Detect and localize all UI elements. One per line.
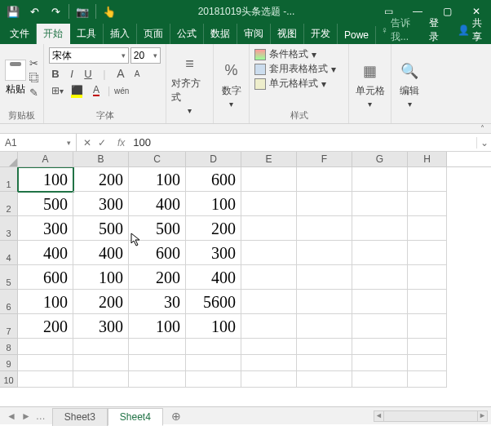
- undo-icon[interactable]: ↶: [24, 2, 44, 20]
- row-header[interactable]: 1: [0, 167, 18, 192]
- cell[interactable]: [352, 314, 408, 339]
- borders-button[interactable]: ⊞▾: [49, 83, 65, 98]
- cell[interactable]: 200: [129, 265, 186, 290]
- cell[interactable]: [297, 265, 352, 290]
- cell[interactable]: [352, 355, 408, 371]
- cell[interactable]: [297, 314, 352, 339]
- tab-插入[interactable]: 插入: [104, 24, 137, 44]
- cell[interactable]: 200: [18, 314, 73, 339]
- column-header[interactable]: G: [352, 152, 408, 166]
- row-header[interactable]: 5: [0, 265, 18, 290]
- cell[interactable]: [352, 167, 408, 192]
- cut-icon[interactable]: ✂: [29, 57, 40, 69]
- row-header[interactable]: 2: [0, 192, 18, 216]
- cell[interactable]: 5600: [186, 290, 241, 314]
- conditional-formatting-button[interactable]: 条件格式 ▾: [254, 47, 343, 61]
- cell[interactable]: 500: [129, 216, 186, 241]
- cell[interactable]: 300: [18, 216, 73, 241]
- cancel-formula-icon[interactable]: ✕: [83, 137, 91, 149]
- cell[interactable]: 100: [129, 314, 186, 339]
- tab-审阅[interactable]: 审阅: [237, 24, 271, 44]
- cell[interactable]: [241, 265, 297, 290]
- row-header[interactable]: 9: [0, 355, 18, 371]
- cell[interactable]: [241, 192, 297, 216]
- touch-mode-icon[interactable]: 👆: [100, 2, 119, 20]
- cell[interactable]: [297, 339, 352, 355]
- cell[interactable]: [241, 290, 297, 314]
- cell[interactable]: 400: [18, 241, 73, 265]
- row-header[interactable]: 4: [0, 241, 18, 265]
- format-as-table-button[interactable]: 套用表格格式 ▾: [254, 62, 343, 76]
- font-name-combo[interactable]: 宋体▾: [49, 47, 129, 64]
- row-header[interactable]: 6: [0, 290, 18, 314]
- cell[interactable]: [241, 355, 297, 371]
- formula-bar[interactable]: [130, 135, 476, 151]
- underline-button[interactable]: U: [82, 68, 95, 80]
- row-header[interactable]: 7: [0, 314, 18, 339]
- cell[interactable]: 100: [129, 167, 186, 192]
- cells-button[interactable]: ▦单元格▾: [354, 60, 386, 109]
- cell[interactable]: [352, 192, 408, 216]
- tab-开始[interactable]: 开始: [37, 24, 70, 44]
- cell[interactable]: [408, 355, 447, 371]
- cell[interactable]: 500: [18, 192, 73, 216]
- sheet-tab[interactable]: Sheet4: [108, 408, 163, 426]
- cell[interactable]: [297, 290, 352, 314]
- row-header[interactable]: 8: [0, 339, 18, 355]
- cell[interactable]: 100: [73, 265, 129, 290]
- column-header[interactable]: E: [241, 152, 297, 166]
- name-box[interactable]: A1▾: [0, 134, 77, 152]
- cell[interactable]: 100: [18, 167, 73, 192]
- cell[interactable]: [241, 371, 297, 388]
- cell[interactable]: [18, 355, 73, 371]
- grow-font-button[interactable]: A: [114, 67, 127, 80]
- font-size-combo[interactable]: 20▾: [130, 47, 161, 64]
- cell[interactable]: [73, 355, 129, 371]
- cell[interactable]: [297, 355, 352, 371]
- cell[interactable]: [408, 216, 447, 241]
- cell[interactable]: 200: [73, 290, 129, 314]
- cell[interactable]: [186, 339, 241, 355]
- cell[interactable]: [186, 371, 241, 388]
- cell[interactable]: 600: [186, 167, 241, 192]
- camera-icon[interactable]: 📷: [73, 2, 92, 20]
- column-header[interactable]: C: [129, 152, 186, 166]
- cell[interactable]: [241, 216, 297, 241]
- tab-Powe[interactable]: Powe: [338, 26, 376, 44]
- row-header[interactable]: 3: [0, 216, 18, 241]
- prev-sheet-icon[interactable]: ◄: [7, 410, 16, 422]
- font-color-button[interactable]: A: [88, 83, 104, 98]
- fill-color-button[interactable]: ⬛: [69, 83, 85, 98]
- editing-button[interactable]: 🔍编辑▾: [396, 60, 422, 109]
- cell[interactable]: 300: [186, 241, 241, 265]
- row-header[interactable]: 10: [0, 371, 18, 388]
- cell[interactable]: 500: [73, 216, 129, 241]
- tab-页面[interactable]: 页面: [137, 24, 170, 44]
- cell[interactable]: 100: [18, 290, 73, 314]
- cell[interactable]: [241, 241, 297, 265]
- cell[interactable]: [352, 339, 408, 355]
- cell[interactable]: 400: [73, 241, 129, 265]
- cell[interactable]: [297, 192, 352, 216]
- cell[interactable]: [129, 371, 186, 388]
- bold-button[interactable]: B: [49, 68, 62, 80]
- cell[interactable]: 400: [129, 192, 186, 216]
- cell[interactable]: [408, 167, 447, 192]
- fx-icon[interactable]: fx: [113, 137, 130, 149]
- cell[interactable]: 600: [129, 241, 186, 265]
- cell[interactable]: [297, 241, 352, 265]
- cell[interactable]: [241, 167, 297, 192]
- copy-icon[interactable]: ⿻: [29, 72, 40, 84]
- cell[interactable]: 300: [73, 314, 129, 339]
- tab-scroll-more[interactable]: …: [36, 410, 46, 422]
- tab-公式[interactable]: 公式: [170, 24, 204, 44]
- cell[interactable]: 100: [186, 314, 241, 339]
- column-header[interactable]: B: [73, 152, 129, 166]
- cell[interactable]: [352, 371, 408, 388]
- sheet-tab[interactable]: Sheet3: [52, 408, 108, 426]
- select-all-corner[interactable]: [0, 152, 18, 166]
- column-header[interactable]: H: [408, 152, 447, 166]
- cell[interactable]: [408, 314, 447, 339]
- redo-icon[interactable]: ↷: [46, 2, 65, 20]
- cell[interactable]: [408, 241, 447, 265]
